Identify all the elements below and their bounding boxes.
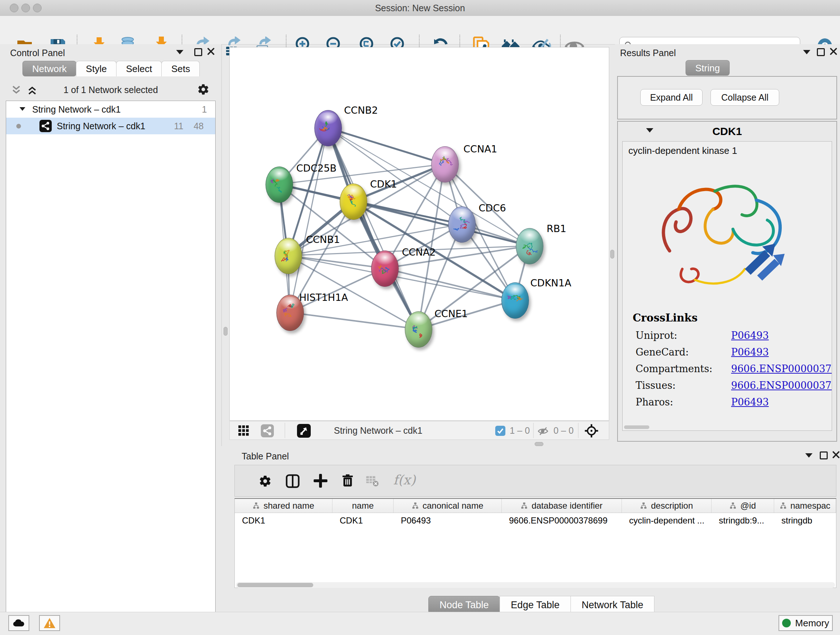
tab-string[interactable]: String	[685, 60, 729, 76]
table-cell[interactable]: CDK1	[332, 513, 393, 528]
column-header--id[interactable]: @id	[712, 499, 774, 513]
collection-label: String Network – cdk1	[32, 104, 121, 115]
results-panel-title: Results Panel	[620, 48, 676, 58]
gene-section: CDK1 cyclin-dependent kinase 1	[617, 121, 837, 442]
window-title: Session: New Session	[0, 0, 840, 16]
tab-network[interactable]: Network	[22, 61, 76, 76]
table-hscrollbar[interactable]	[236, 582, 835, 588]
table-row[interactable]: CDK1CDK1P064939606.ENSP00000378699cyclin…	[235, 513, 836, 528]
network-options-gear-icon[interactable]	[197, 83, 210, 96]
network-node-ccna2[interactable]	[371, 250, 399, 287]
network-node-ccnb2[interactable]	[314, 110, 342, 146]
table-cell[interactable]: P06493	[393, 513, 502, 528]
memory-status-dot	[782, 619, 791, 627]
table-cell[interactable]: CDK1	[235, 513, 332, 528]
column-header-canonical-name[interactable]: canonical name	[393, 499, 502, 513]
right-splitter-handle[interactable]	[610, 250, 614, 258]
network-node-ccna1[interactable]	[431, 146, 459, 182]
protein-thumbnail-icon	[436, 154, 453, 176]
current-network-name: String Network – cdk1	[334, 421, 423, 440]
crosslink-value-link[interactable]: P06493	[731, 330, 769, 341]
tab-sets[interactable]: Sets	[161, 61, 200, 76]
tab-edge-table[interactable]: Edge Table	[500, 596, 571, 614]
network-node-ccne1[interactable]	[405, 311, 432, 348]
column-header-database-identifier[interactable]: database identifier	[502, 499, 622, 513]
cloud-button[interactable]	[8, 615, 29, 631]
panel-close-icon[interactable]	[829, 48, 837, 55]
fit-content-crosshair-icon[interactable]	[584, 424, 599, 438]
show-columns-icon[interactable]	[286, 474, 300, 488]
column-header-namespac[interactable]: namespac	[774, 499, 836, 513]
table-cell[interactable]: stringdb	[774, 513, 836, 528]
column-header-name[interactable]: name	[332, 499, 393, 513]
panel-close-icon[interactable]	[832, 451, 840, 459]
table-cell[interactable]: cyclin-dependent ...	[622, 513, 712, 528]
network-canvas[interactable]: CCNB2CCNA1CDC25BCDK1CDC6RB1CCNB1CCNA2CDK…	[229, 47, 609, 421]
status-separator	[533, 423, 534, 438]
control-panel-tabs: NetworkStyleSelectSets	[22, 61, 199, 76]
table-panel: Table Panel f(x) shared namenamecanonica…	[221, 446, 840, 612]
network-view-icon[interactable]	[261, 424, 274, 437]
network-node-cdc6[interactable]	[448, 206, 476, 242]
protein-thumbnail-icon	[507, 290, 523, 312]
column-header-description[interactable]: description	[622, 499, 712, 513]
table-cell[interactable]: 9606.ENSP00000378699	[502, 513, 622, 528]
panel-float-icon[interactable]	[820, 451, 828, 459]
crosslink-label: Pharos:	[636, 396, 673, 408]
table-cell[interactable]: stringdb:9...	[712, 513, 774, 528]
node-label-cdkn1a: CDKN1A	[531, 277, 571, 288]
collapse-all-icon[interactable]	[11, 85, 22, 96]
control-panel: Control Panel NetworkStyleSelectSets 1 o…	[0, 44, 222, 612]
column-network-icon	[729, 502, 737, 509]
warnings-button[interactable]	[39, 615, 60, 631]
title-bar: Session: New Session	[0, 0, 840, 16]
table-settings-gear-icon[interactable]	[259, 475, 272, 488]
network-node-cdkn1a[interactable]	[501, 282, 529, 318]
network-node-cdc25b[interactable]	[265, 166, 293, 203]
panel-menu-icon[interactable]	[805, 453, 813, 458]
status-separator	[285, 423, 285, 438]
node-label-ccnb2: CCNB2	[344, 105, 378, 116]
network-node-cdk1[interactable]	[340, 184, 367, 220]
panel-float-icon[interactable]	[817, 48, 825, 56]
delete-column-trash-icon[interactable]	[340, 473, 355, 488]
tab-style[interactable]: Style	[76, 61, 117, 76]
table-hscroll-thumb[interactable]	[237, 583, 313, 587]
hidden-eye-slash-icon[interactable]	[538, 426, 548, 437]
tab-node-table[interactable]: Node Table	[428, 596, 500, 614]
panel-menu-icon[interactable]	[803, 50, 810, 54]
control-panel-title: Control Panel	[10, 48, 65, 58]
panel-float-icon[interactable]	[194, 48, 202, 56]
network-node-count: 11	[174, 121, 183, 131]
network-node-rb1[interactable]	[516, 228, 543, 264]
panel-close-icon[interactable]	[207, 48, 215, 55]
expand-all-button[interactable]: Expand All	[640, 89, 703, 106]
collapse-all-button[interactable]: Collapse All	[711, 89, 779, 106]
network-row[interactable]: String Network – cdk1 11 48	[6, 118, 215, 134]
crosslink-value-link[interactable]: 9606.ENSP00000378699	[731, 380, 832, 391]
selected-checkbox-icon[interactable]	[495, 426, 505, 436]
panel-menu-icon[interactable]	[176, 50, 183, 54]
crosslink-value-link[interactable]: P06493	[731, 347, 769, 358]
crosslinks-list: Uniprot:P06493GeneCard:P06493Compartment…	[622, 330, 832, 413]
collection-expand-icon[interactable]	[19, 107, 25, 111]
network-view-toolbar: String Network – cdk1 1 – 0 0 – 0	[229, 421, 609, 440]
protein-structure-image	[648, 160, 800, 298]
birds-eye-view-icon[interactable]	[297, 424, 311, 438]
tab-select[interactable]: Select	[116, 61, 162, 76]
left-splitter-handle[interactable]	[224, 327, 227, 336]
network-collection-row[interactable]: String Network – cdk1 1	[6, 101, 215, 118]
grid-view-icon[interactable]	[238, 425, 249, 436]
crosslink-value-link[interactable]: P06493	[731, 396, 769, 408]
column-network-icon	[412, 502, 419, 509]
column-header-shared-name[interactable]: shared name	[235, 499, 332, 513]
results-hscroll-thumb[interactable]	[624, 425, 649, 429]
add-column-icon[interactable]	[314, 474, 327, 488]
memory-button[interactable]: Memory	[778, 615, 833, 631]
column-header-label: @id	[740, 501, 756, 511]
crosslink-value-link[interactable]: 9606.ENSP00000378699	[731, 363, 832, 374]
expand-all-icon[interactable]	[27, 85, 38, 96]
tab-network-table[interactable]: Network Table	[570, 596, 655, 614]
bottom-splitter-handle[interactable]	[535, 442, 543, 446]
network-node-ccnb1[interactable]	[275, 238, 302, 274]
